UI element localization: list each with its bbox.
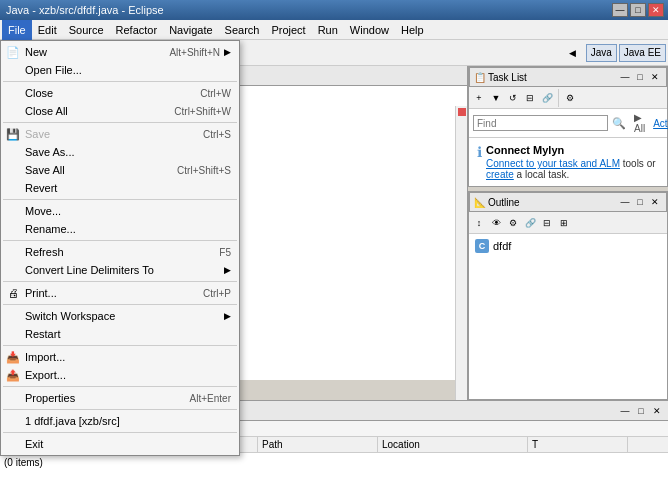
title-bar: Java - xzb/src/dfdf.java - Eclipse — □ ✕: [0, 0, 668, 20]
menu-bar: File Edit Source Refactor Navigate Searc…: [0, 20, 668, 40]
activate-link[interactable]: Activate...: [653, 118, 668, 129]
toolbar-right: ◀ Java Java EE: [562, 42, 666, 64]
menu-close-shortcut: Ctrl+W: [200, 88, 231, 99]
task-list-minimize-icon[interactable]: —: [618, 70, 632, 84]
outline-header: 📐 Outline — □ ✕: [469, 192, 667, 212]
menu-save-as-label: Save As...: [25, 146, 75, 158]
outline-maximize-icon[interactable]: □: [633, 195, 647, 209]
bottom-col-t: T: [528, 437, 628, 452]
menu-switch-workspace[interactable]: Switch Workspace ▶: [1, 307, 239, 325]
menu-run[interactable]: Run: [312, 20, 344, 40]
menu-move-label: Move...: [25, 205, 61, 217]
bottom-minimize-icon[interactable]: —: [618, 404, 632, 418]
menu-help[interactable]: Help: [395, 20, 430, 40]
menu-close-all-shortcut: Ctrl+Shift+W: [174, 106, 231, 117]
menu-sep-1: [3, 81, 237, 82]
import-icon: 📥: [5, 349, 21, 365]
menu-file[interactable]: File: [2, 20, 32, 40]
menu-search[interactable]: Search: [219, 20, 266, 40]
menu-save-as[interactable]: Save As...: [1, 143, 239, 161]
outline-minimize-icon[interactable]: —: [618, 195, 632, 209]
toolbar-right-btn1[interactable]: ◀: [562, 42, 584, 64]
task-list-title: 📋 Task List: [474, 72, 527, 83]
maximize-button[interactable]: □: [630, 3, 646, 17]
menu-move[interactable]: Move...: [1, 202, 239, 220]
menu-export[interactable]: 📤 Export...: [1, 366, 239, 384]
menu-new[interactable]: 📄 New Alt+Shift+N ▶: [1, 43, 239, 61]
outline-class-item[interactable]: C dfdf: [475, 238, 661, 254]
task-sync-btn[interactable]: ↺: [505, 90, 521, 106]
menu-save-all-shortcut: Ctrl+Shift+S: [177, 165, 231, 176]
task-link-btn[interactable]: 🔗: [539, 90, 555, 106]
perspective-java[interactable]: Java: [586, 44, 617, 62]
menu-close-label: Close: [25, 87, 53, 99]
menu-sep-9: [3, 409, 237, 410]
perspective-java-ee[interactable]: Java EE: [619, 44, 666, 62]
menu-navigate[interactable]: Navigate: [163, 20, 218, 40]
menu-open-file-label: Open File...: [25, 64, 82, 76]
menu-print[interactable]: 🖨 Print... Ctrl+P: [1, 284, 239, 302]
mylyn-create-link[interactable]: create: [486, 169, 514, 180]
task-new-btn[interactable]: +: [471, 90, 487, 106]
menu-restart[interactable]: Restart: [1, 325, 239, 343]
outline-class-icon: C: [475, 239, 489, 253]
find-bar: 🔍 ▶ All Activate...: [469, 109, 667, 138]
outline-close-icon[interactable]: ✕: [648, 195, 662, 209]
task-filter-btn[interactable]: ▼: [488, 90, 504, 106]
menu-print-label: Print...: [25, 287, 57, 299]
bottom-close-icon[interactable]: ✕: [650, 404, 664, 418]
outline-extra-btn1[interactable]: ⊟: [539, 215, 555, 231]
outline-hide-btn[interactable]: 👁: [488, 215, 504, 231]
menu-exit[interactable]: Exit: [1, 435, 239, 453]
menu-save-shortcut: Ctrl+S: [203, 129, 231, 140]
menu-switch-workspace-label: Switch Workspace: [25, 310, 115, 322]
bottom-col-location: Location: [378, 437, 528, 452]
outline-filter-btn[interactable]: ⚙: [505, 215, 521, 231]
mylyn-connect-link[interactable]: Connect to your task and ALM: [486, 158, 620, 169]
outline-sort-btn[interactable]: ↕: [471, 215, 487, 231]
menu-convert-line[interactable]: Convert Line Delimiters To ▶: [1, 261, 239, 279]
menu-open-file[interactable]: Open File...: [1, 61, 239, 79]
find-input[interactable]: [473, 115, 608, 131]
menu-revert[interactable]: Revert: [1, 179, 239, 197]
menu-convert-line-label: Convert Line Delimiters To: [25, 264, 154, 276]
outline-link-btn[interactable]: 🔗: [522, 215, 538, 231]
menu-properties[interactable]: Properties Alt+Enter: [1, 389, 239, 407]
menu-window[interactable]: Window: [344, 20, 395, 40]
outline-title: 📐 Outline: [474, 197, 520, 208]
task-list-maximize-icon[interactable]: □: [633, 70, 647, 84]
menu-sep-8: [3, 386, 237, 387]
menu-export-label: Export...: [25, 369, 66, 381]
task-collapse-btn[interactable]: ⊟: [522, 90, 538, 106]
outline-extra-btn2[interactable]: ⊞: [556, 215, 572, 231]
find-search-icon: 🔍: [612, 117, 626, 130]
task-list-panel: 📋 Task List — □ ✕ + ▼ ↺ ⊟ 🔗 ⚙: [468, 66, 668, 187]
bottom-maximize-icon[interactable]: □: [634, 404, 648, 418]
menu-new-label: New: [25, 46, 47, 58]
menu-project[interactable]: Project: [265, 20, 311, 40]
menu-close-all-label: Close All: [25, 105, 68, 117]
menu-edit[interactable]: Edit: [32, 20, 63, 40]
outline-panel: 📐 Outline — □ ✕ ↕ 👁 ⚙ 🔗 ⊟ ⊞: [468, 191, 668, 400]
minimize-button[interactable]: —: [612, 3, 628, 17]
menu-refactor[interactable]: Refactor: [110, 20, 164, 40]
task-list-close-icon[interactable]: ✕: [648, 70, 662, 84]
mylyn-connect-text2: tools or: [623, 158, 656, 169]
menu-source[interactable]: Source: [63, 20, 110, 40]
menu-print-shortcut: Ctrl+P: [203, 288, 231, 299]
menu-close-all[interactable]: Close All Ctrl+Shift+W: [1, 102, 239, 120]
outline-header-icons: — □ ✕: [618, 195, 662, 209]
menu-rename[interactable]: Rename...: [1, 220, 239, 238]
bottom-items-count: (0 items): [4, 457, 43, 468]
menu-refresh[interactable]: Refresh F5: [1, 243, 239, 261]
close-button[interactable]: ✕: [648, 3, 664, 17]
mylyn-connect-text3: a local task.: [517, 169, 570, 180]
menu-close[interactable]: Close Ctrl+W: [1, 84, 239, 102]
all-link[interactable]: ▶ All: [634, 112, 645, 134]
menu-import[interactable]: 📥 Import...: [1, 348, 239, 366]
menu-recent-file[interactable]: 1 dfdf.java [xzb/src]: [1, 412, 239, 430]
menu-save-all[interactable]: Save All Ctrl+Shift+S: [1, 161, 239, 179]
task-settings-btn[interactable]: ⚙: [562, 90, 578, 106]
menu-switch-workspace-arrow: ▶: [224, 311, 231, 321]
export-icon: 📤: [5, 367, 21, 383]
